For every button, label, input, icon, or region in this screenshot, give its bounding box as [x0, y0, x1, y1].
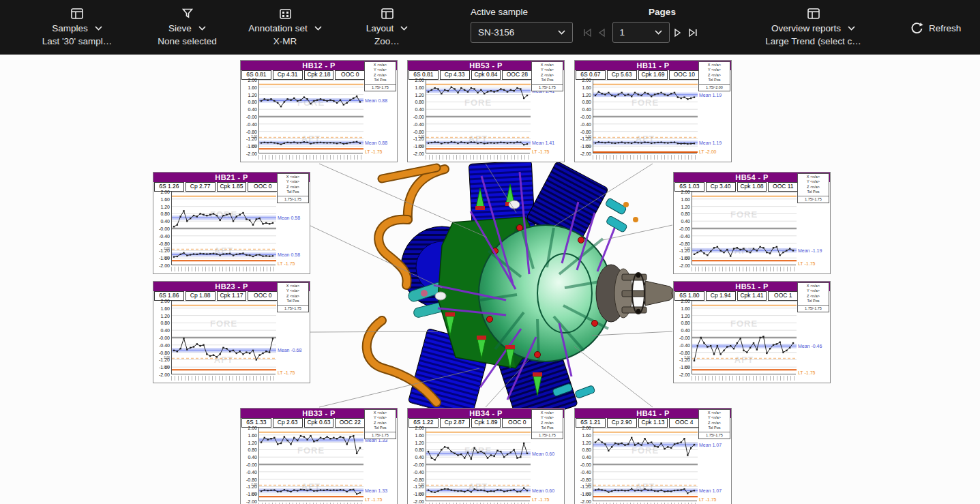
top-toolbar: Samples Last '30' sampl… Sieve None sele… — [0, 0, 980, 55]
prev-page-icon[interactable] — [597, 27, 608, 38]
info-line: Tol Pos — [699, 426, 730, 430]
stat-cell-cp: Cp 4.31 — [273, 70, 303, 80]
spc-chart-tile[interactable]: HB51 - P6S 1.80Cp 1.94Cpk 1.41OOC 1OOT 1… — [673, 281, 831, 383]
active-sample-value: SN-3156 — [478, 27, 514, 38]
layout-menu[interactable]: Layout Zoo… — [355, 7, 419, 46]
spc-chart-tile[interactable]: HB54 - P6S 1.03Cp 3.40Cpk 1.08OOC 11OOT … — [673, 172, 831, 274]
info-line: Tol Pos — [532, 78, 563, 83]
stat-cell-cpk: Cpk 1.69 — [638, 70, 668, 80]
engine-3d-render — [367, 161, 692, 425]
info-line: Y <n/a> — [278, 179, 308, 184]
last-page-icon[interactable] — [689, 27, 699, 38]
aft-mean-label: Mean 0.58 — [278, 252, 300, 257]
info-line: Y <n/a> — [365, 415, 396, 420]
mean-label: Mean 0.88 — [365, 98, 387, 103]
chevron-down-icon — [95, 26, 102, 31]
x-axis-sample-labels — [692, 375, 796, 382]
y-tick-label: -2.00 — [679, 372, 690, 377]
chevron-down-icon — [655, 30, 662, 35]
y-tick-label: 0.80 — [248, 447, 257, 452]
overview-reports-menu[interactable]: Overview reports Large Trend (select c… — [754, 7, 873, 46]
y-tick-label: -0.00 — [159, 336, 170, 340]
x-axis-sample-labels — [258, 154, 363, 161]
spc-chart-tile[interactable]: HB23 - P6S 1.86Cp 1.88Cpk 1.17OOC 0OOT 0… — [153, 281, 310, 383]
y-tick-label: 2.00 — [160, 299, 170, 303]
stat-cell-cp: Cp 1.88 — [185, 291, 216, 301]
x-axis-sample-labels — [593, 154, 697, 161]
xyz-info-box: X <n/a>Y <n/a>Z <n/a>Tol Pos1.75/-2.00 — [698, 61, 730, 91]
y-tick-label: -0.40 — [679, 342, 690, 347]
y-axis: 2.001.601.200.800.40-0.00-0.40-0.80-1.20… — [575, 80, 593, 153]
tolerance-value: 1.75/-1.75 — [278, 305, 308, 311]
y-tick-label: -0.00 — [413, 462, 424, 467]
next-page-icon[interactable] — [674, 27, 684, 38]
xyz-info-box: X <n/a>Y <n/a>Z <n/a>Tol Pos1.75/-1.75 — [531, 409, 563, 439]
stat-cell-cp: Cp 2.87 — [440, 418, 470, 428]
spc-chart-tile[interactable]: HB21 - P6S 1.26Cp 2.77Cpk 1.85OOC 0OOT 0… — [153, 172, 310, 274]
active-sample-select[interactable]: SN-3156 — [471, 22, 573, 43]
y-tick-label: -2.00 — [159, 372, 170, 377]
spc-chart-tile[interactable]: HB33 - P6S 1.33Cp 2.63Cpk 0.63OOC 22OOT … — [240, 408, 398, 504]
y-tick-label: 1.60 — [681, 196, 690, 201]
info-line: X <n/a> — [532, 411, 563, 415]
refresh-button[interactable]: Refresh — [910, 22, 961, 35]
y-tick-label: 0.40 — [160, 328, 170, 333]
refresh-label: Refresh — [929, 23, 961, 33]
y-tick-label: -0.80 — [159, 350, 170, 355]
aft-scale-label: 0.50 — [684, 256, 690, 260]
spc-chart-tile[interactable]: HB11 - P6S 0.67Cp 5.63Cpk 1.69OOC 10OOT … — [574, 60, 732, 162]
info-line: Z <n/a> — [798, 185, 829, 190]
y-tick-label: -2.00 — [246, 499, 257, 504]
info-line: Y <n/a> — [365, 68, 396, 72]
info-line: Z <n/a> — [532, 73, 563, 78]
spc-chart-tile[interactable]: HB53 - P6S 0.81Cp 4.33Cpk 0.84OOC 28OOT … — [407, 60, 565, 162]
mean-label: Mean 0.60 — [532, 451, 554, 456]
report-canvas: HB12 - P6S 0.81Cp 4.31Cpk 2.18OOC 0OOT 0… — [0, 55, 980, 504]
y-tick-label: 0.40 — [582, 107, 591, 112]
y-tick-label: 0.40 — [681, 328, 690, 333]
plot-area: FOREAFT — [593, 80, 697, 153]
info-line: Z <n/a> — [365, 421, 396, 426]
tolerance-value: 1.75/-1.75 — [798, 196, 829, 202]
y-tick-label: -0.40 — [413, 121, 424, 126]
refresh-arrow-icon — [910, 22, 923, 35]
info-line: Z <n/a> — [532, 421, 563, 426]
y-tick-label: -0.40 — [580, 469, 591, 474]
info-line: Tol Pos — [699, 78, 730, 83]
y-tick-label: -0.80 — [246, 477, 257, 481]
lt-limit-label: LT -1.75 — [278, 370, 295, 375]
y-tick-label: 2.00 — [582, 78, 591, 83]
y-tick-label: 2.00 — [415, 78, 424, 83]
spc-chart-tile[interactable]: HB34 - P6S 1.22Cp 2.87Cpk 1.89OOC 0OOT 0… — [407, 408, 565, 504]
layout-label: Layout — [366, 23, 394, 33]
page-select[interactable]: 1 — [612, 22, 670, 43]
y-tick-label: -0.00 — [246, 115, 257, 119]
info-line: Tol Pos — [798, 190, 829, 194]
first-page-icon[interactable] — [583, 27, 593, 38]
stat-cell-ooc: OOC 0 — [248, 291, 278, 301]
info-line: X <n/a> — [699, 411, 730, 415]
plot-area: FOREAFT — [426, 80, 530, 153]
y-tick-label: 1.20 — [582, 440, 591, 445]
y-tick-label: 1.20 — [248, 440, 257, 445]
sieve-menu[interactable]: Sieve None selected — [141, 7, 233, 46]
stat-cell-cp: Cp 2.77 — [185, 182, 216, 192]
mean-label: Mean 1.19 — [699, 92, 722, 97]
spc-chart-tile[interactable]: HB12 - P6S 0.81Cp 4.31Cpk 2.18OOC 0OOT 0… — [240, 60, 398, 162]
samples-menu[interactable]: Samples Last '30' sampl… — [19, 7, 135, 46]
tolerance-value: 1.75/-1.75 — [365, 84, 396, 90]
spc-chart-tile[interactable]: HB41 - P6S 1.21Cp 2.90Cpk 1.13OOC 4OOT 4… — [574, 408, 732, 504]
info-line: X <n/a> — [278, 175, 308, 179]
y-tick-label: -0.00 — [580, 115, 591, 119]
y-tick-label: 0.80 — [681, 321, 690, 325]
pages-label: Pages — [625, 7, 699, 17]
y-tick-label: 1.20 — [160, 313, 170, 318]
stat-cell-ooc: OOC 10 — [669, 70, 699, 80]
aft-scale-label: 2.00 — [684, 355, 690, 359]
annotation-set-value: X-MR — [240, 36, 330, 46]
annotation-set-menu[interactable]: Annotation set X-MR — [240, 7, 330, 46]
y-tick-label: -0.00 — [246, 462, 257, 467]
y-axis: 2.001.601.200.800.40-0.00-0.40-0.80-1.20… — [153, 301, 171, 374]
chart-plot: 2.001.601.200.800.40-0.00-0.40-0.80-1.20… — [674, 192, 830, 273]
y-tick-label: 0.80 — [160, 211, 170, 216]
